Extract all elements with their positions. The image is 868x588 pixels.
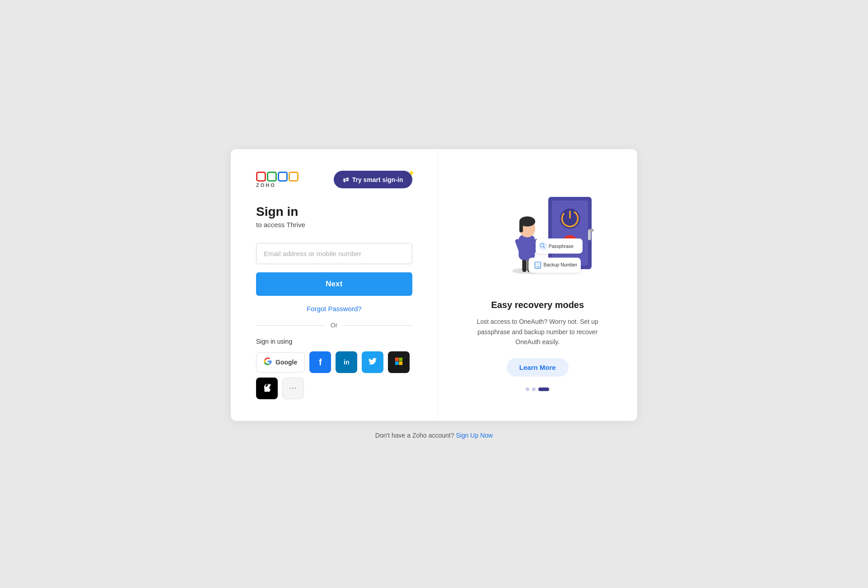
ring-green [267, 172, 277, 182]
signup-link[interactable]: Sign Up Now [456, 432, 493, 439]
svg-text:Passphrase: Passphrase [549, 244, 574, 249]
ring-yellow [289, 172, 299, 182]
feature-description: Lost access to OneAuth? Worry not. Set u… [474, 317, 601, 347]
google-label: Google [275, 359, 297, 366]
page-wrapper: ZOHO ⇄ Try smart sign-in ✦ Sign in to ac… [0, 149, 868, 439]
linkedin-icon: in [344, 359, 349, 366]
logo-area: ZOHO ⇄ Try smart sign-in ✦ [256, 171, 412, 188]
right-panel: Passphrase Backup Number Easy recovery m… [438, 149, 638, 421]
or-text: Or [331, 322, 338, 329]
microsoft-signin-button[interactable] [388, 351, 410, 373]
twitter-icon [369, 357, 377, 367]
zoho-brand-text: ZOHO [256, 182, 276, 188]
carousel-dots [526, 387, 549, 391]
footer-text: Don't have a Zoho account? [375, 432, 454, 439]
svg-rect-2 [395, 361, 399, 365]
ring-red [256, 172, 266, 182]
twitter-signin-button[interactable] [362, 351, 383, 373]
social-buttons: Google f in [256, 351, 412, 399]
facebook-signin-button[interactable]: f [309, 351, 331, 373]
sign-in-subtitle: to access Thrive [256, 221, 412, 229]
forgot-password-link[interactable]: Forgot Password? [256, 305, 412, 313]
ring-blue [278, 172, 288, 182]
email-input[interactable] [256, 243, 412, 264]
google-signin-button[interactable]: Google [256, 352, 305, 373]
left-panel: ZOHO ⇄ Try smart sign-in ✦ Sign in to ac… [231, 149, 438, 421]
smart-signin-button[interactable]: ⇄ Try smart sign-in ✦ [334, 171, 412, 188]
svg-text:Backup Number: Backup Number [544, 263, 578, 268]
more-options-button[interactable]: ··· [282, 378, 304, 399]
sign-in-using-label: Sign in using [256, 338, 412, 345]
svg-rect-14 [523, 258, 527, 272]
feature-title: Easy recovery modes [491, 300, 584, 310]
svg-rect-12 [589, 229, 594, 232]
login-card: ZOHO ⇄ Try smart sign-in ✦ Sign in to ac… [231, 149, 637, 421]
svg-rect-0 [395, 357, 399, 361]
carousel-dot-3[interactable] [538, 387, 549, 391]
smart-signin-label: Try smart sign-in [352, 176, 403, 183]
zoho-rings [256, 172, 299, 182]
bottom-footer: Don't have a Zoho account? Sign Up Now [375, 432, 493, 439]
zoho-logo: ZOHO [256, 172, 299, 188]
svg-rect-21 [519, 222, 523, 233]
google-icon [264, 357, 272, 368]
facebook-icon: f [319, 357, 322, 368]
smart-signin-icon: ⇄ [343, 175, 349, 184]
carousel-dot-1[interactable] [526, 387, 529, 391]
learn-more-button[interactable]: Learn More [507, 358, 569, 377]
linkedin-signin-button[interactable]: in [336, 351, 357, 373]
microsoft-icon [395, 357, 403, 368]
svg-rect-1 [399, 357, 403, 361]
carousel-dot-2[interactable] [532, 387, 536, 391]
svg-rect-3 [399, 361, 403, 365]
sparkle-icon: ✦ [408, 169, 414, 177]
more-icon: ··· [289, 384, 297, 392]
sign-in-title: Sign in [256, 205, 412, 219]
svg-point-23 [539, 242, 547, 251]
apple-signin-button[interactable] [256, 378, 278, 399]
next-button[interactable]: Next [256, 272, 412, 296]
or-divider: Or [256, 322, 412, 329]
apple-icon [263, 383, 271, 394]
feature-illustration: Passphrase Backup Number [465, 179, 610, 287]
